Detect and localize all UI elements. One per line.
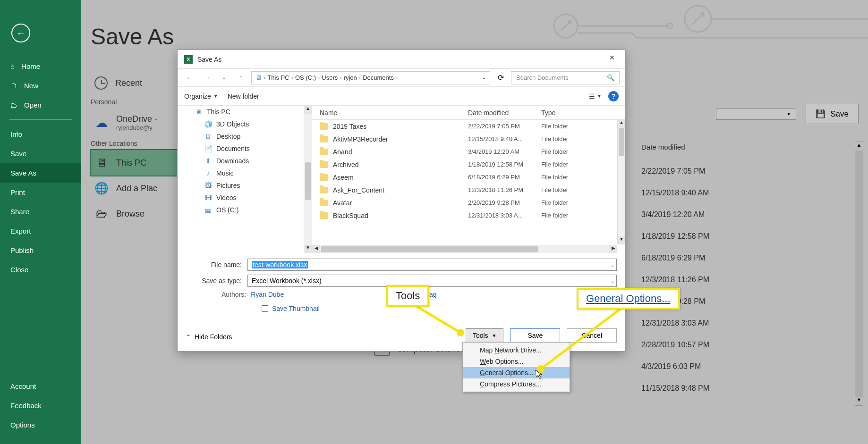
pc-icon: 🖥 bbox=[255, 74, 262, 81]
filelist-hscroll[interactable]: ◀ ▶ bbox=[312, 245, 617, 253]
help-icon[interactable]: ? bbox=[608, 91, 619, 101]
scroll-thumb[interactable] bbox=[619, 128, 624, 156]
authors-label: Authors: bbox=[221, 291, 246, 298]
nav-save-as[interactable]: Save As bbox=[0, 163, 81, 183]
nav-open[interactable]: 🗁Open bbox=[0, 95, 81, 115]
saveastype-value: Excel Workbook (*.xlsx) bbox=[252, 277, 322, 285]
authors-value[interactable]: Ryan Dube bbox=[251, 291, 284, 298]
nav-back-button[interactable]: ← bbox=[183, 74, 196, 82]
dialog-nav-row: ← → ⌄ ↑ 🖥 › This PC› OS (C:)› Users› ryj… bbox=[178, 69, 625, 87]
nav-recent-dropdown[interactable]: ⌄ bbox=[217, 75, 230, 81]
nav-up-button[interactable]: ↑ bbox=[234, 74, 247, 82]
downloads-icon: ⬇ bbox=[204, 157, 213, 165]
tree-pictures[interactable]: 🖼Pictures bbox=[178, 179, 312, 192]
nav-share[interactable]: Share bbox=[0, 202, 81, 221]
address-bar[interactable]: 🖥 › This PC› OS (C:)› Users› ryjen› Docu… bbox=[251, 71, 490, 84]
tree-os-c[interactable]: 🖴OS (C:) bbox=[178, 204, 312, 216]
chevron-down-icon[interactable]: ⌄ bbox=[611, 278, 614, 284]
nav-print[interactable]: Print bbox=[0, 183, 81, 202]
date-item: 12/15/2018 9:40 AM bbox=[641, 182, 859, 204]
dialog-titlebar[interactable]: X Save As ✕ bbox=[178, 50, 625, 69]
tree-downloads[interactable]: ⬇Downloads bbox=[178, 155, 312, 167]
date-item: 6/18/2019 6:29 PM bbox=[641, 247, 859, 269]
nav-publish[interactable]: Publish bbox=[0, 241, 81, 260]
tree-documents[interactable]: 📄Documents bbox=[178, 142, 312, 155]
menu-web-options[interactable]: Web Options... bbox=[463, 356, 570, 367]
open-icon: 🗁 bbox=[10, 101, 17, 109]
filename-input[interactable]: test-workbook.xlsx ⌄ bbox=[247, 259, 617, 271]
file-row[interactable]: AktivMP3Recorder12/15/2018 9:40 A...File… bbox=[312, 133, 625, 145]
folder-open-icon: 🗁 bbox=[94, 207, 109, 221]
filetype-dropdown[interactable]: ▼ bbox=[716, 108, 796, 120]
scroll-up-icon[interactable]: ▲ bbox=[855, 142, 863, 151]
file-row[interactable]: 2019 Taxes2/22/2019 7:05 PMFile folder bbox=[312, 120, 625, 133]
date-item: 11/15/2018 9:48 PM bbox=[641, 377, 859, 399]
tree-this-pc[interactable]: 🖥This PC bbox=[178, 106, 312, 118]
view-options-button[interactable]: ☰ ▼ bbox=[589, 92, 602, 100]
scroll-thumb[interactable] bbox=[321, 246, 538, 252]
chevron-down-icon[interactable]: ⌄ bbox=[611, 262, 614, 268]
file-row[interactable]: Aseem6/18/2019 6:29 PMFile folder bbox=[312, 171, 625, 184]
save-thumbnail-label[interactable]: Save Thumbnail bbox=[272, 305, 320, 312]
excel-icon: X bbox=[184, 55, 193, 64]
organize-button[interactable]: Organize ▼ bbox=[184, 92, 218, 100]
column-headers[interactable]: Name Date modified Type bbox=[312, 106, 625, 120]
menu-compress-pictures[interactable]: Compress Pictures... bbox=[463, 378, 570, 390]
save-button[interactable]: Save bbox=[510, 328, 560, 343]
tools-button[interactable]: Tools ▼ bbox=[466, 328, 504, 343]
nav-new[interactable]: 🗋New bbox=[0, 76, 81, 95]
filename-value: test-workbook.xlsx bbox=[252, 261, 308, 268]
folder-icon bbox=[320, 136, 328, 142]
pc-icon: 🖥 bbox=[195, 108, 203, 116]
col-name[interactable]: Name bbox=[312, 109, 468, 117]
tree-music[interactable]: ♪Music bbox=[178, 167, 312, 179]
drive-icon: 🖴 bbox=[204, 206, 213, 214]
globe-plus-icon: 🌐 bbox=[94, 181, 109, 195]
dialog-close-button[interactable]: ✕ bbox=[603, 54, 621, 66]
tree-scrollbar[interactable]: ▲ ▼ bbox=[304, 106, 312, 253]
nav-save[interactable]: Save bbox=[0, 144, 81, 163]
nav-close[interactable]: Close bbox=[0, 260, 81, 279]
file-row[interactable]: Archived1/18/2019 12:58 PMFile folder bbox=[312, 158, 625, 171]
dialog-toolbar: Organize ▼ New folder ☰ ▼ ? bbox=[178, 87, 625, 106]
scroll-down-icon[interactable]: ▼ bbox=[855, 397, 863, 405]
menu-map-network-drive[interactable]: Map Network Drive... bbox=[463, 344, 570, 356]
date-item: 4/3/2019 6:03 PM bbox=[641, 356, 859, 377]
list-icon: ☰ bbox=[589, 92, 595, 100]
refresh-button[interactable]: ⟳ bbox=[494, 73, 507, 82]
cancel-button[interactable]: Cancel bbox=[567, 328, 617, 343]
folder-icon bbox=[320, 212, 328, 219]
col-date[interactable]: Date modified bbox=[468, 109, 541, 117]
nav-info[interactable]: Info bbox=[0, 125, 81, 144]
file-row[interactable]: Avatar2/20/2019 9:28 PMFile folder bbox=[312, 196, 625, 209]
date-item: 3/4/2019 12:20 AM bbox=[641, 204, 859, 226]
search-input[interactable]: Search Documents 🔍 bbox=[511, 71, 620, 84]
file-row[interactable]: Anand3/4/2019 12:20 AMFile folder bbox=[312, 145, 625, 158]
filelist-vscroll[interactable]: ▲ ▼ bbox=[617, 120, 625, 244]
save-thumbnail-checkbox[interactable] bbox=[262, 305, 268, 312]
tree-videos[interactable]: 🎞Videos bbox=[178, 192, 312, 204]
nav-export[interactable]: Export bbox=[0, 221, 81, 241]
nav-home[interactable]: ⌂Home bbox=[0, 57, 81, 76]
file-row[interactable]: BlackSquad12/31/2018 3:03 A...File folde… bbox=[312, 209, 625, 222]
tree-desktop[interactable]: 🖥Desktop bbox=[178, 130, 312, 142]
saveastype-select[interactable]: Excel Workbook (*.xlsx) ⌄ bbox=[247, 275, 617, 287]
back-button[interactable]: ← bbox=[11, 24, 30, 42]
menu-general-options[interactable]: General Options... bbox=[463, 367, 570, 378]
nav-account[interactable]: Account bbox=[0, 377, 81, 396]
nav-feedback[interactable]: Feedback bbox=[0, 396, 81, 415]
new-folder-button[interactable]: New folder bbox=[228, 92, 259, 100]
address-dropdown-icon[interactable]: ⌄ bbox=[482, 75, 486, 81]
scrollbar[interactable]: ▲ ▼ bbox=[855, 142, 863, 406]
save-button-right[interactable]: 💾Save bbox=[806, 104, 859, 124]
col-type[interactable]: Type bbox=[541, 109, 593, 117]
date-item: 12/31/2018 3:03 AM bbox=[641, 312, 859, 334]
nav-forward-button[interactable]: → bbox=[200, 74, 213, 82]
scroll-thumb[interactable] bbox=[305, 162, 311, 200]
hide-folders-button[interactable]: ⌃ Hide Folders bbox=[186, 333, 232, 341]
nav-options[interactable]: Options bbox=[0, 415, 81, 435]
date-item: 2/22/2019 7:05 PM bbox=[641, 160, 859, 182]
file-row[interactable]: Ask_For_Content12/3/2018 11:26 PMFile fo… bbox=[312, 184, 625, 196]
filename-label: File name: bbox=[186, 261, 247, 268]
tree-3d-objects[interactable]: 🧊3D Objects bbox=[178, 118, 312, 130]
